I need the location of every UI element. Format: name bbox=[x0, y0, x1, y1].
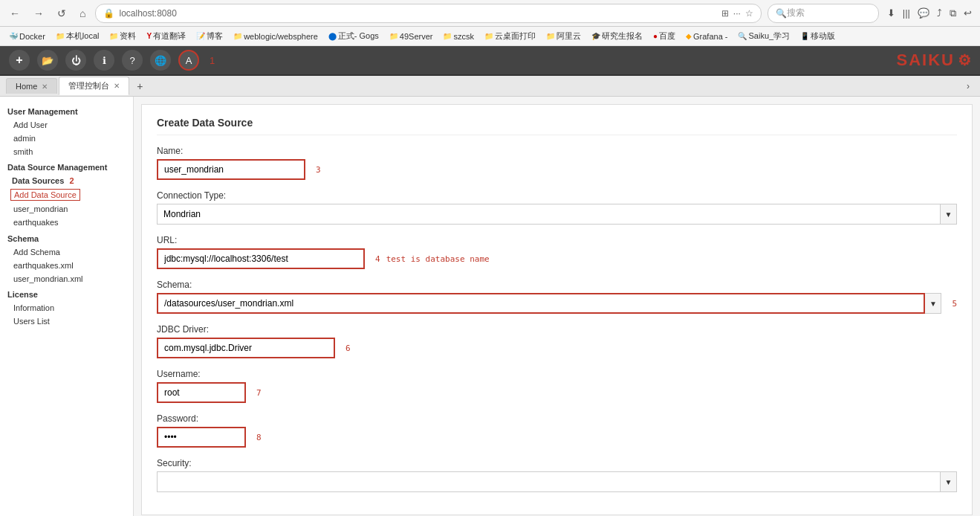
history-button[interactable]: ↩ bbox=[961, 6, 974, 20]
download-button[interactable]: ⬇ bbox=[885, 6, 898, 20]
sidebar-item-users-list[interactable]: Users List bbox=[0, 315, 133, 328]
bookmarks-bar: 🐳 Docker 📁 本机local 📁 资料 Y 有道翻译 📝 博客 📁 we… bbox=[0, 27, 980, 46]
security-label: Security: bbox=[157, 458, 957, 468]
a-button[interactable]: A bbox=[178, 50, 199, 71]
tab-admin-label: 管理控制台 bbox=[68, 80, 109, 91]
back-button[interactable]: ← bbox=[6, 6, 24, 21]
toolbar-badge: 1 bbox=[210, 55, 215, 66]
form-group-schema: Schema: ▼ 5 bbox=[157, 280, 957, 314]
address-bar[interactable]: 🔒 localhost:8080 ⊞ ··· ☆ bbox=[95, 4, 761, 23]
schema-dropdown[interactable]: ▼ bbox=[925, 293, 941, 314]
saiku-logo: SAIKU ⚙ bbox=[897, 51, 971, 70]
add-button[interactable]: + bbox=[9, 50, 30, 71]
more-icon: ··· bbox=[733, 8, 741, 19]
form-group-name: Name: 3 bbox=[157, 146, 957, 180]
tab-home[interactable]: Home ✕ bbox=[6, 78, 57, 94]
jdbc-annotation: 6 bbox=[345, 344, 351, 353]
bookmark-mobile[interactable]: 📱 移动版 bbox=[797, 30, 838, 42]
sidebar-item-earthquakes-xml[interactable]: earthquakes.xml bbox=[0, 259, 133, 272]
bookmark-local[interactable]: 📁 本机local bbox=[53, 30, 103, 42]
name-annotation: 3 bbox=[316, 165, 321, 175]
url-note: test is database name bbox=[386, 254, 490, 264]
bookmark-yunzhuomian[interactable]: 📁 云桌面打印 bbox=[481, 30, 539, 42]
bookmark-aliyun[interactable]: 📁 阿里云 bbox=[543, 30, 584, 42]
bookmark-weblogic[interactable]: 📁 weblogic/websphere bbox=[230, 31, 321, 42]
chat-button[interactable]: 💬 bbox=[915, 6, 932, 20]
bookmark-docker[interactable]: 🐳 Docker bbox=[6, 31, 48, 42]
sidebar-item-information[interactable]: Information bbox=[0, 301, 133, 315]
search-bar[interactable]: 🔍 搜索 bbox=[768, 4, 879, 23]
form-group-jdbc: JDBC Driver: 6 bbox=[157, 324, 957, 358]
sidebar-item-user-mondrian[interactable]: user_mondrian bbox=[0, 202, 133, 216]
content-area: Create Data Source Name: 3 Connection Ty… bbox=[134, 97, 980, 516]
bookmark-yanjiusheng[interactable]: 🎓 研究生报名 bbox=[588, 30, 646, 42]
bookmark-49server[interactable]: 📁 49Server bbox=[386, 31, 436, 42]
help-button[interactable]: ? bbox=[122, 50, 143, 71]
tab-scroll-right[interactable]: › bbox=[962, 80, 974, 93]
tab-home-close[interactable]: ✕ bbox=[42, 83, 48, 91]
sidebar-item-earthquakes[interactable]: earthquakes bbox=[0, 216, 133, 229]
window-button[interactable]: ⧉ bbox=[947, 6, 958, 21]
toolbar-icons: + 📂 ⏻ ℹ ? 🌐 A 1 bbox=[9, 50, 897, 71]
bookmark-szcsk[interactable]: 📁 szcsk bbox=[440, 31, 477, 42]
home-button[interactable]: ⌂ bbox=[76, 6, 89, 21]
form-group-security: Security: ▼ bbox=[157, 458, 957, 492]
form-group-username: Username: 7 bbox=[157, 369, 957, 403]
sidebar-item-add-datasource[interactable]: Add Data Source bbox=[10, 189, 80, 201]
bookmark-gogs[interactable]: ⬤ 正式- Gogs bbox=[325, 30, 382, 42]
sidebar-datasource-management-title: Data Source Management bbox=[0, 158, 133, 174]
connection-type-dropdown[interactable]: ▼ bbox=[941, 204, 957, 225]
folder-button[interactable]: 📂 bbox=[37, 50, 58, 71]
form-group-url: URL: 4 test is database name bbox=[157, 235, 957, 269]
url-input[interactable] bbox=[157, 248, 365, 269]
app-toolbar: + 📂 ⏻ ℹ ? 🌐 A 1 SAIKU ⚙ bbox=[0, 46, 980, 76]
bookmark-grafana[interactable]: ◆ Grafana - bbox=[683, 31, 730, 42]
schema-label: Schema: bbox=[157, 280, 957, 290]
username-label: Username: bbox=[157, 369, 957, 379]
name-input[interactable] bbox=[157, 159, 305, 180]
connection-type-label: Connection Type: bbox=[157, 190, 957, 201]
bookmark-youdao[interactable]: Y 有道翻译 bbox=[143, 30, 189, 42]
connection-type-wrapper: ▼ bbox=[157, 204, 957, 225]
bookmark-saiku[interactable]: 🔍 Saiku_学习 bbox=[735, 30, 793, 42]
bookmark-blog[interactable]: 📝 博客 bbox=[193, 30, 226, 42]
info-button[interactable]: ℹ bbox=[94, 50, 114, 71]
power-button[interactable]: ⏻ bbox=[65, 50, 86, 71]
username-input[interactable] bbox=[157, 382, 246, 403]
browser-nav: ← → ↺ ⌂ 🔒 localhost:8080 ⊞ ··· ☆ 🔍 搜索 ⬇ … bbox=[0, 0, 980, 27]
sidebar-item-user-mondrian-xml[interactable]: user_mondrian.xml bbox=[0, 272, 133, 286]
username-annotation: 7 bbox=[256, 388, 262, 398]
bookmark-ziliao[interactable]: 📁 资料 bbox=[106, 30, 139, 42]
security-input[interactable] bbox=[157, 471, 941, 492]
jdbc-input[interactable] bbox=[157, 338, 335, 358]
url-text: localhost:8080 bbox=[119, 8, 176, 19]
security-wrapper: ▼ bbox=[157, 471, 957, 492]
sidebar-item-smith[interactable]: smith bbox=[0, 145, 133, 158]
main-layout: User Management Add User admin smith Dat… bbox=[0, 97, 980, 516]
schema-input[interactable] bbox=[157, 293, 925, 314]
sidebar-item-add-schema[interactable]: Add Schema bbox=[0, 245, 133, 259]
url-annotation: 4 bbox=[375, 254, 380, 264]
tab-add-button[interactable]: + bbox=[131, 79, 149, 94]
sidebar-datasources-title: Data Sources 2 bbox=[0, 174, 133, 187]
share-button[interactable]: ⤴ bbox=[935, 6, 944, 20]
password-annotation: 8 bbox=[256, 433, 262, 442]
sidebar-item-add-user[interactable]: Add User bbox=[0, 118, 133, 132]
globe-button[interactable]: 🌐 bbox=[150, 50, 171, 71]
bookmarks-button[interactable]: ||| bbox=[901, 6, 912, 20]
sidebar-schema-title: Schema bbox=[0, 232, 133, 245]
jdbc-label: JDBC Driver: bbox=[157, 324, 957, 335]
security-dropdown[interactable]: ▼ bbox=[941, 471, 957, 492]
sidebar-license-title: License bbox=[0, 286, 133, 301]
sidebar-item-admin[interactable]: admin bbox=[0, 132, 133, 145]
tab-admin[interactable]: 管理控制台 ✕ bbox=[59, 77, 129, 95]
connection-type-input[interactable] bbox=[157, 204, 941, 225]
password-input[interactable] bbox=[157, 427, 246, 448]
browser-nav-icons: ⬇ ||| 💬 ⤴ ⧉ ↩ bbox=[885, 6, 974, 21]
tab-admin-close[interactable]: ✕ bbox=[114, 82, 120, 90]
bookmark-baidu[interactable]: ● 百度 bbox=[650, 30, 678, 42]
refresh-button[interactable]: ↺ bbox=[53, 6, 70, 21]
schema-wrapper: ▼ bbox=[157, 293, 941, 314]
lock-icon: 🔒 bbox=[103, 8, 114, 19]
forward-button[interactable]: → bbox=[30, 6, 48, 21]
